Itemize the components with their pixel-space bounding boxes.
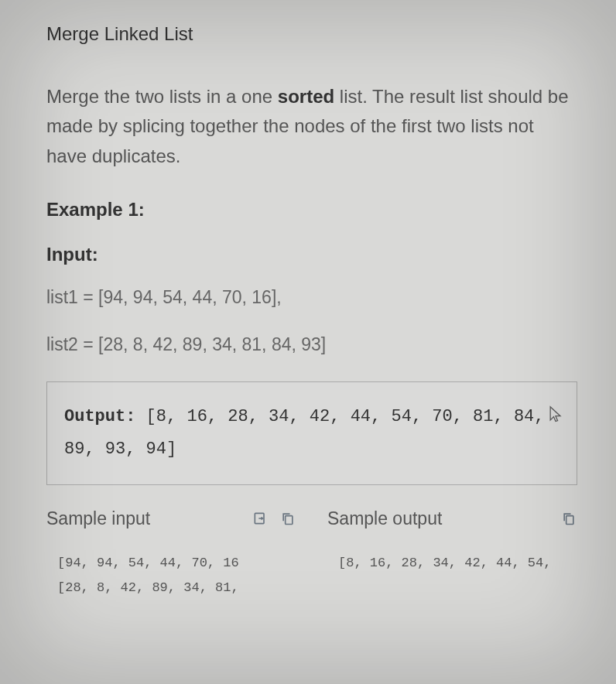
sample-input-line: [94, 94, 54, 44, 70, 16 — [57, 551, 286, 576]
output-value: [8, 16, 28, 34, 42, 44, 54, 70, 81, 84, … — [64, 407, 545, 459]
problem-description: Merge the two lists in a one sorted list… — [46, 82, 577, 171]
sample-output-label: Sample output — [327, 508, 549, 529]
copy-icon[interactable] — [560, 510, 577, 527]
samples-header-row: Sample input Sample output — [46, 508, 577, 529]
list2-line: list2 = [28, 8, 42, 89, 34, 81, 84, 93] — [46, 334, 577, 355]
sample-input-header: Sample input — [46, 508, 296, 529]
sample-input-label: Sample input — [46, 508, 241, 529]
output-label: Output: — [64, 407, 135, 426]
sample-output-header: Sample output — [327, 508, 577, 529]
cursor-icon — [549, 404, 563, 422]
sample-input-line: [28, 8, 42, 89, 34, 81, — [57, 576, 286, 600]
copy-icon[interactable] — [279, 510, 296, 527]
example-label: Example 1: — [46, 199, 577, 221]
sample-input-data: [94, 94, 54, 44, 70, 16 [28, 8, 42, 89, … — [46, 546, 296, 601]
svg-rect-1 — [286, 516, 293, 525]
sample-output-line: [8, 16, 28, 34, 42, 44, 54, — [338, 551, 566, 576]
output-box: Output: [8, 16, 28, 34, 42, 44, 54, 70, … — [46, 381, 577, 485]
description-bold: sorted — [278, 86, 334, 107]
description-pre: Merge the two lists in a one — [46, 86, 278, 107]
list1-line: list1 = [94, 94, 54, 44, 70, 16], — [46, 287, 577, 308]
export-icon[interactable] — [252, 510, 269, 527]
input-label: Input: — [46, 244, 577, 265]
page-title: Merge Linked List — [46, 23, 577, 45]
samples-data-row: [94, 94, 54, 44, 70, 16 [28, 8, 42, 89, … — [46, 546, 577, 601]
sample-output-data: [8, 16, 28, 34, 42, 44, 54, — [327, 546, 577, 601]
svg-rect-2 — [566, 516, 573, 525]
